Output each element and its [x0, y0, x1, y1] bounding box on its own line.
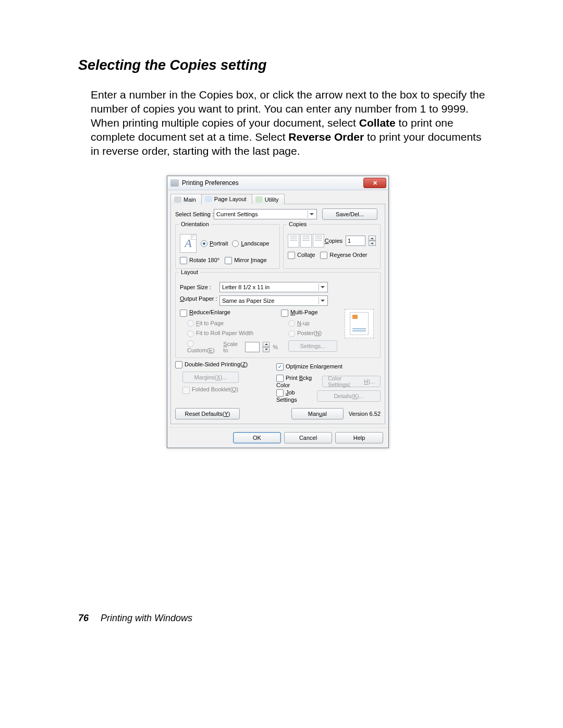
collate-checkbox[interactable]: Collate	[288, 252, 315, 259]
orientation-preview-icon: A	[180, 234, 197, 253]
folded-booklet-checkbox: Folded Booklet(Q)	[182, 386, 238, 392]
orientation-legend: Orientation	[179, 221, 211, 227]
mirror-image-checkbox[interactable]: Mirror Image	[225, 257, 266, 264]
tab-main[interactable]: Main	[170, 194, 202, 204]
close-button[interactable]: ✕	[363, 178, 386, 188]
page-footer: 76 Printing with Windows	[78, 613, 192, 624]
paper-size-value: Letter 8 1/2 x 11 in	[222, 284, 270, 290]
fit-to-roll-radio: Fit to Roll Paper Width	[187, 330, 253, 336]
copies-input[interactable]: 1	[346, 236, 365, 246]
select-setting-label: Select Setting :	[175, 211, 214, 217]
rotate-180-checkbox[interactable]: Rotate 180°	[180, 257, 219, 264]
details-button: Details(K)...	[317, 390, 381, 402]
reduce-enlarge-checkbox[interactable]: Reduce/Enlarge	[180, 309, 230, 315]
scale-spinner	[263, 342, 270, 352]
copies-preview-icon	[288, 234, 324, 248]
percent-label: %	[273, 344, 278, 350]
tab-strip: Main Page Layout Utility	[167, 190, 388, 204]
page-number: 76	[78, 613, 89, 623]
margins-button: Margins(X)...	[182, 372, 239, 383]
custom-radio: Custom(E)	[187, 340, 220, 354]
fit-to-page-radio: Fit to Page	[187, 320, 224, 326]
chevron-down-icon	[308, 211, 315, 218]
copies-legend: Copies	[287, 221, 309, 227]
tab-main-label: Main	[183, 196, 196, 203]
help-button[interactable]: Help	[335, 432, 383, 443]
optimize-enlargement-checkbox[interactable]: Optimize Enlargement	[276, 363, 342, 371]
output-paper-value: Same as Paper Size	[222, 298, 274, 304]
version-label: Version 6.52	[349, 411, 381, 417]
tab-utility-label: Utility	[265, 196, 279, 203]
dialog-screenshot: Printing Preferences ✕ Main Page Layout …	[167, 176, 389, 448]
printer-icon	[170, 179, 179, 187]
paper-size-label: Paper Size :	[180, 284, 219, 290]
chapter-title: Printing with Windows	[101, 613, 192, 623]
main-tab-icon	[174, 196, 181, 203]
poster-radio: Poster(N)	[288, 330, 322, 336]
layout-preview-icon	[345, 309, 374, 338]
reset-defaults-button[interactable]: Reset Defaults(Y)	[175, 408, 240, 419]
manual-button[interactable]: Manual	[291, 408, 344, 419]
page-layout-tab-icon	[205, 196, 212, 202]
multi-page-checkbox[interactable]: Multi-Page	[281, 309, 318, 315]
nup-radio: N-up	[288, 320, 310, 326]
section-heading: Selecting the Copies setting	[78, 57, 490, 73]
multipage-settings-button: Settings...	[288, 340, 337, 352]
tab-utility[interactable]: Utility	[252, 194, 285, 204]
titlebar: Printing Preferences ✕	[167, 176, 388, 190]
spinner-down-icon[interactable]	[369, 241, 376, 246]
print-bckg-color-checkbox[interactable]: Print Bckg Color	[276, 375, 322, 388]
chevron-down-icon	[319, 283, 326, 291]
landscape-radio[interactable]: Landscape	[232, 240, 269, 248]
cancel-button[interactable]: Cancel	[284, 432, 332, 443]
portrait-radio[interactable]: PPortraitortrait	[201, 240, 228, 248]
select-setting-value: Current Settings	[216, 211, 258, 217]
close-icon: ✕	[373, 180, 377, 187]
select-setting-dropdown[interactable]: Current Settings	[214, 209, 317, 219]
tab-page-layout-label: Page Layout	[214, 196, 247, 202]
output-paper-label: Output Paper :	[180, 295, 219, 302]
color-settings-button: Color Settings(H)...	[322, 376, 381, 387]
chevron-down-icon	[319, 297, 326, 304]
window-title: Printing Preferences	[182, 179, 363, 187]
output-paper-dropdown[interactable]: Same as Paper Size	[219, 295, 328, 306]
scale-input	[245, 342, 260, 352]
scale-to-label: Scale to	[223, 341, 242, 353]
reverse-order-checkbox[interactable]: Reverse Order	[320, 252, 367, 259]
paper-size-dropdown[interactable]: Letter 8 1/2 x 11 in	[219, 282, 328, 292]
save-del-button[interactable]: Save/Del...	[322, 208, 377, 220]
tab-page-layout[interactable]: Page Layout	[201, 194, 252, 204]
body-paragraph: Enter a number in the Copies box, or cli…	[91, 88, 490, 158]
copies-spinner[interactable]	[369, 236, 376, 246]
ok-button[interactable]: OK	[233, 432, 281, 443]
double-sided-checkbox[interactable]: Double-Sided Printing(Z)	[175, 361, 248, 367]
copies-label: Copies	[325, 238, 342, 244]
layout-legend: Layout	[179, 269, 200, 275]
job-settings-checkbox[interactable]: Job Settings	[276, 389, 317, 403]
utility-tab-icon	[255, 196, 263, 203]
spinner-up-icon[interactable]	[369, 236, 376, 241]
